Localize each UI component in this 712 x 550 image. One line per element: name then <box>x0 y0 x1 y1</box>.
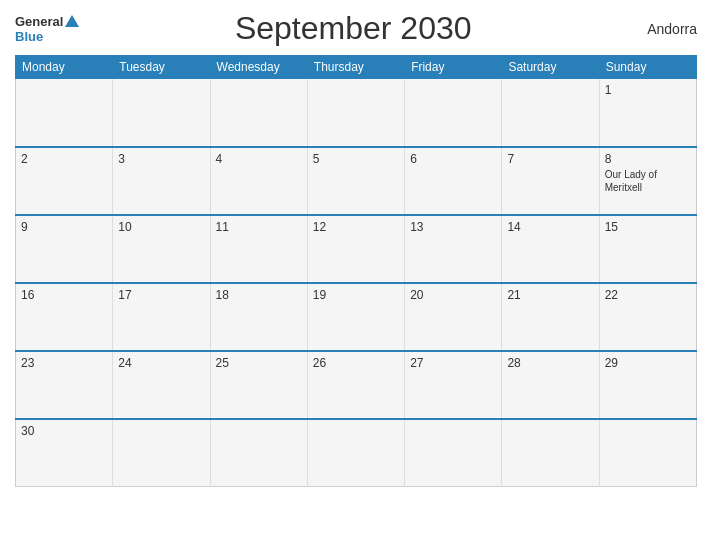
country-label: Andorra <box>627 21 697 37</box>
calendar-cell <box>405 79 502 147</box>
calendar-cell: 20 <box>405 283 502 351</box>
logo-triangle-icon <box>65 15 79 27</box>
calendar-cell: 8Our Lady of Meritxell <box>599 147 696 215</box>
calendar-cell: 29 <box>599 351 696 419</box>
calendar-cell <box>307 419 404 487</box>
calendar-table: MondayTuesdayWednesdayThursdayFridaySatu… <box>15 55 697 487</box>
day-number: 30 <box>21 424 107 438</box>
day-header-monday: Monday <box>16 56 113 79</box>
day-number: 13 <box>410 220 496 234</box>
calendar-cell <box>502 419 599 487</box>
calendar-cell <box>307 79 404 147</box>
calendar-cell: 17 <box>113 283 210 351</box>
day-number: 20 <box>410 288 496 302</box>
day-number: 16 <box>21 288 107 302</box>
calendar-cell <box>502 79 599 147</box>
calendar-cell: 1 <box>599 79 696 147</box>
calendar-cell: 4 <box>210 147 307 215</box>
week-row-5: 30 <box>16 419 697 487</box>
day-number: 25 <box>216 356 302 370</box>
day-number: 15 <box>605 220 691 234</box>
calendar-cell: 15 <box>599 215 696 283</box>
page: General Blue September 2030 Andorra Mond… <box>0 0 712 550</box>
day-number: 6 <box>410 152 496 166</box>
calendar-cell: 19 <box>307 283 404 351</box>
calendar-cell: 25 <box>210 351 307 419</box>
calendar-cell <box>210 419 307 487</box>
day-number: 11 <box>216 220 302 234</box>
day-number: 14 <box>507 220 593 234</box>
week-row-0: 1 <box>16 79 697 147</box>
calendar-cell: 22 <box>599 283 696 351</box>
day-number: 23 <box>21 356 107 370</box>
day-number: 7 <box>507 152 593 166</box>
week-row-1: 2345678Our Lady of Meritxell <box>16 147 697 215</box>
calendar-cell: 27 <box>405 351 502 419</box>
calendar-cell: 26 <box>307 351 404 419</box>
day-number: 24 <box>118 356 204 370</box>
header: General Blue September 2030 Andorra <box>15 10 697 47</box>
day-number: 19 <box>313 288 399 302</box>
day-number: 28 <box>507 356 593 370</box>
day-number: 10 <box>118 220 204 234</box>
week-row-4: 23242526272829 <box>16 351 697 419</box>
calendar-cell <box>113 419 210 487</box>
day-number: 27 <box>410 356 496 370</box>
calendar-cell: 16 <box>16 283 113 351</box>
calendar-cell: 28 <box>502 351 599 419</box>
day-number: 29 <box>605 356 691 370</box>
day-header-friday: Friday <box>405 56 502 79</box>
day-number: 12 <box>313 220 399 234</box>
day-header-thursday: Thursday <box>307 56 404 79</box>
calendar-cell: 14 <box>502 215 599 283</box>
calendar-cell: 3 <box>113 147 210 215</box>
day-number: 9 <box>21 220 107 234</box>
calendar-header-row: MondayTuesdayWednesdayThursdayFridaySatu… <box>16 56 697 79</box>
day-number: 18 <box>216 288 302 302</box>
calendar-cell: 21 <box>502 283 599 351</box>
calendar-cell: 6 <box>405 147 502 215</box>
calendar-cell: 10 <box>113 215 210 283</box>
calendar-cell <box>16 79 113 147</box>
day-number: 1 <box>605 83 691 97</box>
day-number: 8 <box>605 152 691 166</box>
calendar-cell: 24 <box>113 351 210 419</box>
day-number: 26 <box>313 356 399 370</box>
day-number: 3 <box>118 152 204 166</box>
calendar-cell: 30 <box>16 419 113 487</box>
calendar-cell <box>113 79 210 147</box>
day-number: 22 <box>605 288 691 302</box>
calendar-cell: 5 <box>307 147 404 215</box>
day-header-tuesday: Tuesday <box>113 56 210 79</box>
week-row-3: 16171819202122 <box>16 283 697 351</box>
calendar-cell: 23 <box>16 351 113 419</box>
day-header-wednesday: Wednesday <box>210 56 307 79</box>
calendar-cell: 7 <box>502 147 599 215</box>
calendar-cell: 12 <box>307 215 404 283</box>
calendar-cell <box>405 419 502 487</box>
calendar-cell <box>210 79 307 147</box>
logo: General Blue <box>15 14 79 44</box>
week-row-2: 9101112131415 <box>16 215 697 283</box>
calendar-cell: 18 <box>210 283 307 351</box>
calendar-cell: 2 <box>16 147 113 215</box>
calendar-title: September 2030 <box>79 10 627 47</box>
day-number: 17 <box>118 288 204 302</box>
calendar-cell: 11 <box>210 215 307 283</box>
day-header-saturday: Saturday <box>502 56 599 79</box>
day-number: 21 <box>507 288 593 302</box>
calendar-cell: 9 <box>16 215 113 283</box>
logo-general-text: General <box>15 14 63 29</box>
day-number: 2 <box>21 152 107 166</box>
day-number: 5 <box>313 152 399 166</box>
logo-blue-text: Blue <box>15 29 43 44</box>
day-header-sunday: Sunday <box>599 56 696 79</box>
calendar-cell: 13 <box>405 215 502 283</box>
calendar-cell <box>599 419 696 487</box>
holiday-label: Our Lady of Meritxell <box>605 168 691 194</box>
day-number: 4 <box>216 152 302 166</box>
